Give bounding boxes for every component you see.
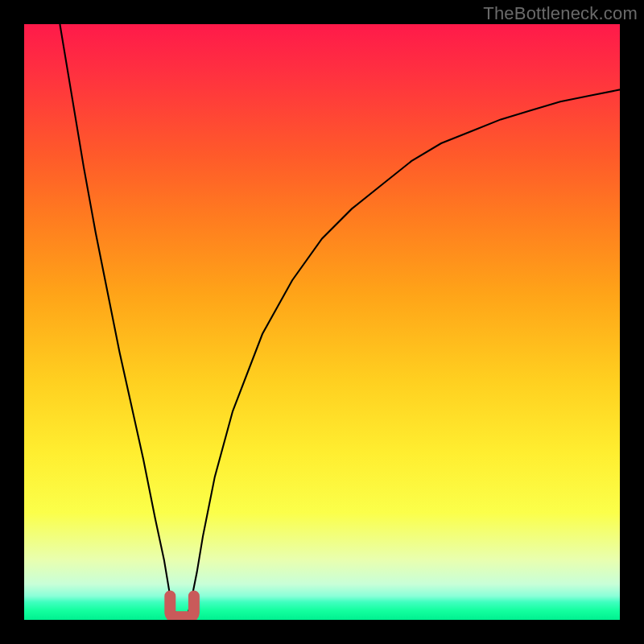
watermark-text: TheBottleneck.com [483,3,638,24]
plot-area [24,24,620,620]
chart-svg [24,24,620,620]
curve-right-branch [188,89,621,613]
bottleneck-marker [170,596,194,617]
chart-frame: TheBottleneck.com [0,0,644,644]
curve-left-branch [60,24,175,614]
